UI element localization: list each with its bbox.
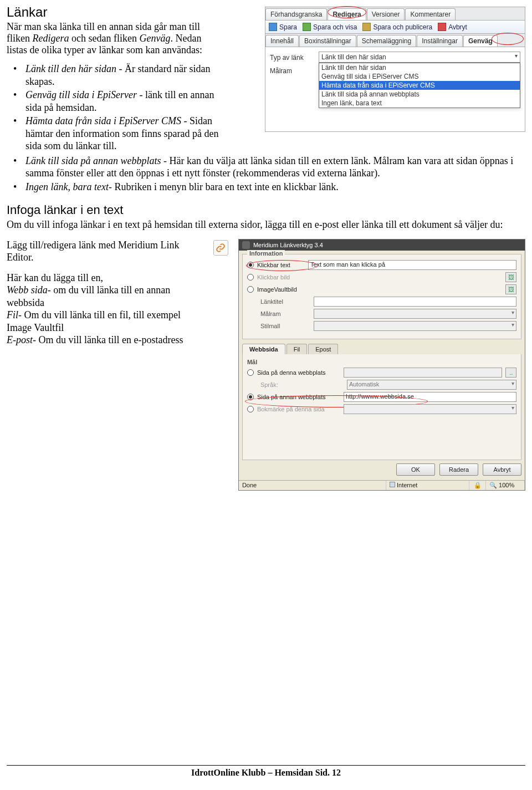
tab-kommentarer[interactable]: Kommentarer [405,8,456,20]
dialog-tabs: Webbsida Fil Epost [242,344,521,354]
t: Spara och visa [313,23,357,31]
tab-webbsida[interactable]: Webbsida [242,344,285,354]
tab-innehall[interactable]: Innehåll [265,35,299,47]
sub-tab-row: Innehåll Boxinställningar Schemaläggning… [265,34,525,47]
option[interactable]: Länk till den här sidan [319,63,520,72]
cancel-icon [438,23,446,31]
heading-lankar: Länkar [7,4,217,20]
save-publish-button[interactable]: Spara och publicera [362,23,432,31]
delete-button[interactable]: Radera [439,463,478,476]
option[interactable]: Hämta data från sida i EPiServer CMS [319,81,520,90]
t: Länk till den här sidan [25,63,116,74]
label-stilmall: Stilmall [260,323,310,329]
radio-klickbar-text[interactable] [247,262,254,268]
tab-installningar[interactable]: Inställningar [417,35,463,47]
option[interactable]: Länk till sida på annan webbplats [319,90,520,99]
meridium-dialog: Meridium Länkverktyg 3.4 Information Kli… [238,239,525,491]
list-item: Länk till sida på annan webbplats - Här … [10,155,525,180]
save-publish-icon [362,23,371,31]
t: E-post [7,334,33,345]
t: Här kan du lägga till en, [7,272,103,283]
intro-paragraph: När man ska länka till en annan sida går… [7,21,217,56]
t: Länk till sida på annan webbplats [25,155,161,166]
option[interactable]: Genväg till sida i EPiServer CMS [319,72,520,81]
save-button[interactable]: Spara [269,23,297,31]
target-select[interactable] [314,309,516,319]
t: Spara [279,23,297,31]
klickbar-text-input[interactable]: Text som man kan klicka på [308,260,516,270]
label-klickbar-text: Klickbar text [257,262,305,268]
link-type-dropdown: Länk till den här sidan Genväg till sida… [319,63,520,108]
meridium-logo-icon [242,241,250,249]
status-zone: Internet [386,481,469,490]
save-show-button[interactable]: Spara och visa [303,23,357,31]
radio-klickbar-bild[interactable] [247,274,254,281]
t: 100% [499,482,514,488]
tab-forhandsgranska[interactable]: Förhandsgranska [265,8,327,20]
ok-button[interactable]: OK [396,463,435,476]
browse-button[interactable]: ... [505,368,516,378]
radio-sida-annan[interactable] [247,394,254,400]
label-imagevault: ImageVaultbild [257,286,305,293]
t: Genväg till sida i EpiServer [25,89,137,100]
t: Fil [7,309,18,320]
t: Avbryt [448,23,467,31]
link-editor-icon[interactable] [213,240,228,256]
toolbar: Spara Spara och visa Spara och publicera… [265,21,525,34]
list-item: Genväg till sida i EpiServer - länk till… [10,89,221,114]
tab-schemalaggning[interactable]: Schemaläggning [357,35,416,47]
cancel-button[interactable]: Avbryt [438,23,467,31]
bookmark-select[interactable] [344,404,516,414]
tab-fil[interactable]: Fil [287,344,308,354]
radio-imagevault[interactable] [247,286,254,293]
radio-bokmarke[interactable] [247,406,254,412]
external-url-input[interactable]: http://wwww.webbsida.se [344,392,516,402]
language-select[interactable]: Automatisk [347,380,516,390]
dialog-titlebar: Meridium Länkverktyg 3.4 [239,239,525,251]
link-title-input[interactable] [314,297,516,307]
status-bar: Done Internet 🔒 🔍 100% [239,480,525,490]
infoga-intro: Om du vill infoga länkar i en text på he… [7,218,525,231]
tab-boxinstallningar[interactable]: Boxinställningar [299,35,356,47]
link-types-paragraph: Här kan du lägga till en, Webb sida- om … [7,272,203,346]
globe-icon [390,482,395,487]
image-picker-button[interactable]: 🖼 [505,272,516,282]
tab-epost[interactable]: Epost [308,344,338,354]
tab-redigera[interactable]: Redigera [328,8,366,20]
t: och sedan fliken [69,33,139,44]
status-done: Done [239,481,386,490]
bullet-list-top: Länk till den här sidan - Är standard nä… [10,63,221,152]
sida-denna-input[interactable] [344,368,502,378]
status-lock: 🔒 [469,481,486,490]
top-tab-row: Förhandsgranska Redigera Versioner Komme… [265,7,525,21]
radio-sida-denna[interactable] [247,369,254,376]
t: Hämta data från sida i EpiServer CMS [25,115,181,126]
label-malram: Målram [270,66,314,75]
page-footer: IdrottOnline Klubb – Hemsidan Sid. 12 [7,765,525,778]
cancel-button[interactable]: Avbryt [483,463,521,476]
link-type-select[interactable]: Länk till den här sidan Länk till den hä… [319,52,520,63]
list-item: Länk till den här sidan - Är standard nä… [10,63,221,88]
imagevault-picker-button[interactable]: 🖼 [505,284,516,294]
list-item: Hämta data från sida i EpiServer CMS - S… [10,115,221,152]
t: - Rubriken i menyn blir bara en text int… [109,181,339,192]
tab-versioner[interactable]: Versioner [367,8,405,20]
label-klickbar-bild: Klickbar bild [257,274,305,281]
mal-heading: Mål [247,359,516,365]
save-icon [269,23,277,31]
meridium-editor-paragraph: Lägg till/redigera länk med Meridium Lin… [7,239,203,264]
save-show-icon [303,23,311,31]
label-malram: Målram [260,310,310,317]
option[interactable]: Ingen länk, bara text [319,99,520,108]
label-lanktitel: Länktitel [260,298,310,305]
style-select[interactable] [314,321,516,331]
status-zoom[interactable]: 🔍 100% [486,481,525,490]
t: Spara och publicera [373,23,432,31]
t: Webb sida [7,284,48,295]
tab-genvag[interactable]: Genväg [463,35,498,47]
label-bokmarke: Bokmärke på denna sida [257,406,340,412]
label-sida-annan: Sida på annan webbplats [257,394,340,400]
heading-infoga: Infoga länkar i en text [7,203,525,217]
t: - Om du vill länka till en e-postadress [33,334,183,345]
list-item: Ingen länk, bara text- Rubriken i menyn … [10,181,525,193]
